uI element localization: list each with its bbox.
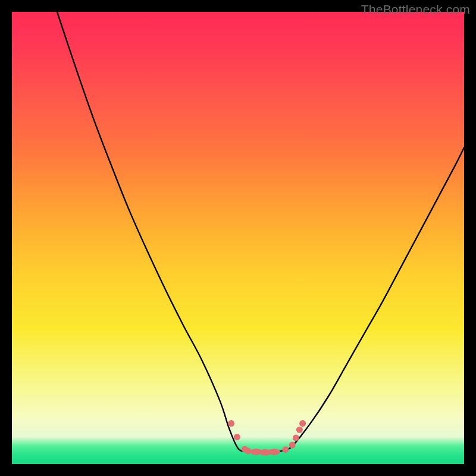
- curve-marker: [289, 442, 296, 449]
- curve-marker: [293, 434, 299, 441]
- curve-marker: [245, 447, 251, 454]
- curve-layer: [12, 12, 464, 464]
- curve-marker: [268, 449, 280, 455]
- curve-marker: [282, 446, 289, 453]
- bottleneck-curve: [57, 12, 464, 452]
- curve-marker: [234, 434, 240, 440]
- chart-frame: [12, 12, 464, 464]
- watermark-text: TheBottleneck.com: [361, 2, 470, 17]
- curve-marker: [299, 420, 306, 427]
- curve-marker: [296, 427, 303, 433]
- curve-marker: [228, 420, 234, 427]
